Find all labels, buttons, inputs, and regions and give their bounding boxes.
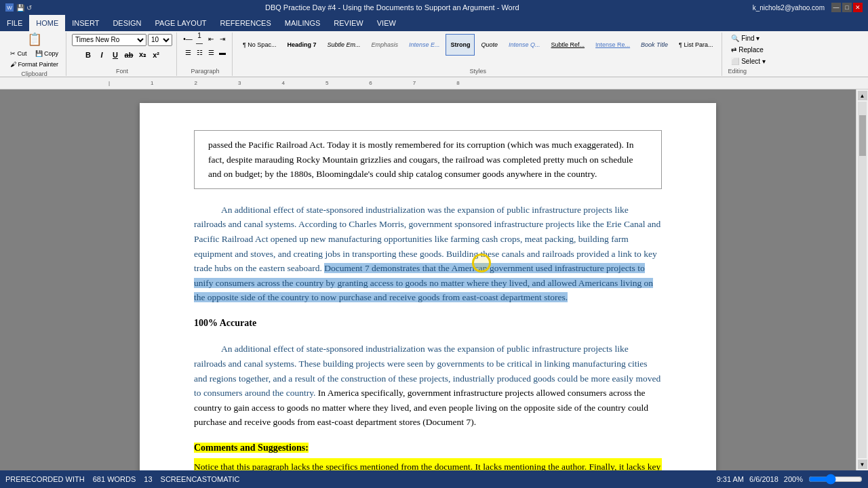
font-name-select[interactable]: Times New Ro — [72, 34, 146, 46]
prerecorded-label: PRERECORDED WITH — [5, 475, 85, 483]
superscript-button[interactable]: x² — [150, 49, 162, 61]
document-page: passed the Pacific Railroad Act. Today i… — [140, 103, 716, 470]
clipboard-group: 📋 ✂ Cut 💾 Copy 🖌 Format Painter Clipboar… — [3, 33, 66, 76]
close-button[interactable]: ✕ — [853, 3, 863, 12]
underline-button[interactable]: U — [109, 49, 121, 61]
justify-button[interactable]: ▬ — [217, 47, 228, 58]
increase-indent-button[interactable]: ⇥ — [217, 34, 228, 45]
tab-references[interactable]: REFERENCES — [214, 15, 278, 31]
tab-file[interactable]: FILE — [0, 15, 29, 31]
style-subtle-em[interactable]: Subtle Em... — [322, 34, 365, 56]
ruler: | 1 2 3 4 5 6 7 8 — [0, 77, 868, 89]
tab-page-layout[interactable]: PAGE LAYOUT — [149, 15, 214, 31]
editing-group: 🔍 Find ▾ ⇄ Replace ⬜ Select ▾ Editing — [724, 33, 772, 76]
style-heading7[interactable]: Heading 7 — [282, 34, 321, 56]
align-right-button[interactable]: ☰ — [205, 47, 216, 58]
screen-text: SCREENCASTOMATIC — [161, 475, 240, 483]
status-right: 9:31 AM 6/6/2018 200% — [717, 475, 863, 483]
style-intense-q[interactable]: Intense Q... — [504, 34, 545, 56]
scroll-thumb[interactable] — [859, 115, 866, 156]
align-left-button[interactable]: ☰ — [182, 47, 193, 58]
time-display: 9:31 AM — [717, 475, 744, 483]
tab-view[interactable]: VIEW — [370, 15, 403, 31]
style-intense-ref[interactable]: Intense Re... — [591, 34, 635, 56]
clipboard-label: Clipboard — [21, 70, 47, 77]
word-count: 681 WORDS — [93, 475, 136, 483]
bold-button[interactable]: B — [82, 49, 94, 61]
style-strong[interactable]: Strong — [446, 34, 475, 56]
decrease-indent-button[interactable]: ⇤ — [205, 34, 216, 45]
paragraph-label: Paragraph — [191, 68, 220, 75]
document-area: passed the Pacific Railroad Act. Today i… — [0, 89, 868, 470]
quoted-text-box: passed the Pacific Railroad Act. Today i… — [194, 130, 662, 189]
document-scroll[interactable]: passed the Pacific Railroad Act. Today i… — [0, 89, 856, 470]
copy-button[interactable]: 💾 Copy — [32, 49, 62, 58]
style-emphasis[interactable]: Emphasis — [366, 34, 403, 56]
app-icon: W — [5, 3, 14, 12]
tab-insert[interactable]: INSERT — [65, 15, 106, 31]
styles-group: ¶ No Spac... Heading 7 Subtle Em... Emph… — [234, 33, 722, 76]
restore-button[interactable]: □ — [842, 3, 852, 12]
style-intense-e[interactable]: Intense E... — [404, 34, 445, 56]
replace-button[interactable]: ⇄ Replace — [728, 45, 766, 55]
format-painter-button[interactable]: 🖌 Format Painter — [7, 60, 62, 69]
strikethrough-button[interactable]: ab — [123, 49, 135, 61]
status-bar: PRERECORDED WITH 681 WORDS 13 SCREENCAST… — [0, 470, 868, 488]
ribbon-tabs: FILE HOME INSERT DESIGN PAGE LAYOUT REFE… — [0, 15, 868, 31]
style-no-spacing[interactable]: ¶ No Spac... — [238, 34, 281, 56]
right-scrollbar-panel: ▲ ▼ — [856, 89, 868, 470]
select-button[interactable]: ⬜ Select ▾ — [728, 56, 768, 66]
italic-button[interactable]: I — [96, 49, 108, 61]
zoom-slider[interactable] — [808, 476, 863, 483]
cut-button[interactable]: ✂ Cut — [7, 49, 31, 58]
user-email: k_nichols2@yahoo.com — [753, 4, 825, 12]
tab-design[interactable]: DESIGN — [106, 15, 148, 31]
styles-label: Styles — [469, 68, 486, 75]
find-button[interactable]: 🔍 Find ▾ — [728, 33, 763, 43]
accurate-label: 100% Accurate — [194, 316, 662, 331]
comments-section: Comments and Suggestions: Notice that th… — [194, 441, 662, 470]
paste-button[interactable]: 📋 — [7, 31, 62, 47]
ribbon-content: 📋 ✂ Cut 💾 Copy 🖌 Format Painter Clipboar… — [0, 31, 868, 77]
bullets-button[interactable]: •— — [182, 34, 193, 45]
ruler-marks: | 1 2 3 4 5 6 7 8 — [108, 80, 460, 86]
status-left: PRERECORDED WITH 681 WORDS 13 SCREENCAST… — [5, 475, 240, 483]
paragraph-2: An additional effect of state-sponsored … — [194, 342, 662, 430]
page-info: 13 — [144, 475, 152, 483]
window-title: DBQ Practice Day #4 - Using the Document… — [32, 3, 753, 12]
tab-home[interactable]: HOME — [29, 15, 65, 31]
comments-heading-line: Comments and Suggestions: — [194, 441, 662, 455]
scroll-track — [858, 102, 867, 458]
title-bar: W 💾 ↺ DBQ Practice Day #4 - Using the Do… — [0, 0, 868, 15]
quoted-box-text: passed the Pacific Railroad Act. Today i… — [208, 140, 634, 179]
numbering-button[interactable]: 1— — [194, 34, 205, 45]
font-label: Font — [116, 68, 128, 75]
font-group: Times New Ro 10 11 12 B I U ab x₂ x² Fon… — [68, 33, 177, 76]
date-display: 6/6/2018 — [749, 475, 778, 483]
comments-heading: Comments and Suggestions: — [194, 443, 309, 453]
subscript-button[interactable]: x₂ — [136, 49, 149, 61]
styles-gallery: ¶ No Spac... Heading 7 Subtle Em... Emph… — [238, 34, 717, 56]
minimize-button[interactable]: — — [831, 3, 841, 12]
editing-label: Editing — [728, 68, 747, 75]
paragraph-1: An additional effect of state-sponsored … — [194, 203, 662, 305]
style-subtle-ref[interactable]: Subtle Ref... — [547, 34, 590, 56]
zoom-level: 200% — [784, 475, 803, 483]
align-center-button[interactable]: ☷ — [194, 47, 205, 58]
scroll-up-button[interactable]: ▲ — [858, 91, 867, 100]
style-book-title[interactable]: Book Title — [636, 34, 673, 56]
style-quote[interactable]: Quote — [476, 34, 502, 56]
paragraph-group: •— 1— ⇤ ⇥ ☰ ☷ ☰ ▬ Paragraph — [178, 33, 233, 76]
scroll-down-button[interactable]: ▼ — [858, 460, 867, 469]
font-size-select[interactable]: 10 11 12 — [148, 34, 172, 46]
style-list-para[interactable]: ¶ List Para... — [674, 34, 717, 56]
tab-review[interactable]: REVIEW — [327, 15, 370, 31]
comments-body: Notice that this paragraph lacks the spe… — [194, 458, 662, 470]
tab-mailings[interactable]: MAILINGS — [278, 15, 328, 31]
